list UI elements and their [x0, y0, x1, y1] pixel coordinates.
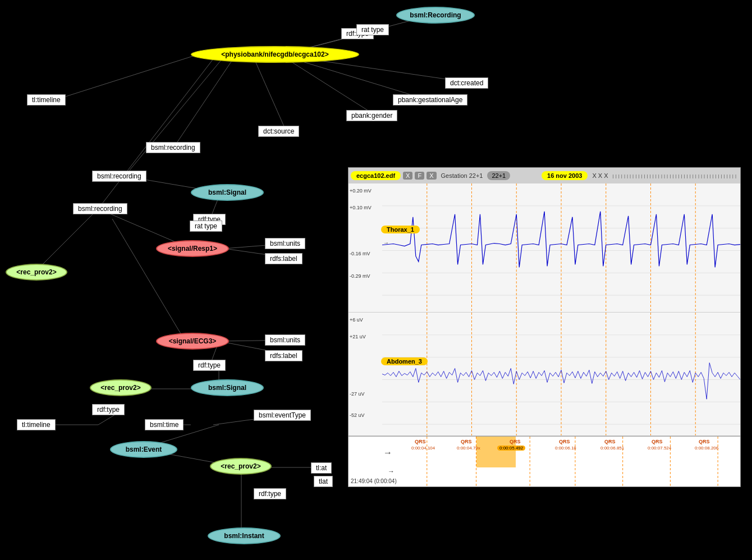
pbank-gender: pbank:gender [346, 110, 397, 121]
signal-resp1: <signal/Resp1> [156, 240, 229, 257]
qrs5-time: 0:00:06.851 [600, 446, 624, 451]
bsml-time: bsml:time [145, 419, 184, 430]
channel1: +0.20 mV +0.10 mV -0.16 mV -0.29 mV Thor… [349, 183, 740, 313]
ch1-scale-mid: +0.10 mV [350, 205, 372, 210]
bsml-units2: bsml:units [265, 334, 305, 346]
rec-prov2-bot: <rec_prov2> [210, 458, 272, 475]
channel-arrow: → [388, 467, 395, 475]
qrs5-label: QRS [604, 439, 616, 444]
qrs7-label: QRS [699, 439, 710, 444]
qrs4-label: QRS [559, 439, 570, 444]
dct-source: dct:source [258, 126, 299, 137]
btn-f[interactable]: F [415, 172, 424, 180]
bsml-signal1: bsml:Signal [191, 184, 264, 201]
rdf-type5: rdf:type [254, 488, 286, 499]
ch2-scale-mid: +21 uV [350, 334, 366, 339]
qrs1-label: QRS [415, 439, 426, 444]
channel2-label: Abdomen_3 [381, 357, 428, 365]
tl-timeline-bot: tl:timeline [17, 419, 56, 430]
ch1-grid [382, 183, 740, 312]
pbank-gestational: pbank:gestationalAge [393, 94, 467, 105]
signal-ecg3: <signal/ECG3> [156, 333, 229, 350]
svg-line-5 [281, 55, 376, 116]
svg-line-7 [174, 55, 236, 147]
qrs6-time: 0:00:07.524 [648, 446, 671, 451]
rdfs-label2: rdfs:label [265, 350, 302, 361]
qrs3-time: 0:00:05.492 [497, 446, 525, 451]
extras-label: X X X [590, 172, 610, 179]
physiobank-node: <physiobank/nifecgdb/ecgca102> [191, 46, 359, 63]
rdfs-label1: rdfs:label [265, 253, 302, 264]
tl-at: tl:at [311, 462, 332, 474]
channel1-label: Thorax_1 [381, 226, 420, 233]
svg-line-9 [98, 59, 213, 209]
btn-x2[interactable]: X [427, 172, 436, 180]
qrs2-label: QRS [461, 439, 472, 444]
bsml-signal2: bsml:Signal [191, 379, 264, 396]
ch1-scale-neg2: -0.29 mV [350, 273, 370, 279]
qrs7-time: 0:00:08.206 [695, 446, 718, 451]
tl-timeline-top: tl:timeline [27, 94, 66, 105]
qrs6-label: QRS [652, 439, 663, 444]
ch1-arrow: → [383, 240, 389, 246]
rdf-type4: rdf:type [92, 404, 125, 415]
svg-line-16 [112, 219, 185, 341]
bsml-recording3: bsml:recording [73, 203, 127, 214]
ch2-scale-top: +6 uV [350, 317, 363, 323]
bsml-units1: bsml:units [265, 238, 305, 249]
waveform-header: ecgca102.edf X F X Gestation 22+1 22+1 1… [349, 168, 740, 183]
filename-badge: ecgca102.edf [351, 171, 401, 180]
ch1-scale-neg1: -0.16 mV [350, 251, 370, 256]
ch2-scale-neg2: -52 uV [350, 412, 365, 418]
rec-prov2-mid: <rec_prov2> [90, 379, 152, 396]
btn-x1[interactable]: X [403, 172, 412, 180]
gestation-value: 22+1 [487, 171, 510, 180]
rat-type-mid: rat type [190, 221, 222, 232]
svg-line-8 [125, 56, 224, 176]
date-badge: 16 nov 2003 [542, 171, 588, 180]
ch1-scale-top: +0.20 mV [350, 188, 372, 194]
bsml-recording1: bsml:recording [146, 142, 200, 153]
ch2-scale-neg1: -27 uV [350, 391, 365, 397]
bsml-instant: bsml:Instant [208, 527, 281, 544]
qrs4-time: 0:00:06.18 [555, 446, 576, 451]
dct-created: dct:created [445, 77, 488, 89]
bsml-event-type: bsml:eventType [254, 410, 311, 421]
tlat-label: tlat [314, 476, 333, 487]
qrs3-label: QRS [510, 439, 521, 444]
ch2-grid [382, 313, 740, 435]
bsml-recording2: bsml:recording [92, 171, 146, 182]
rec-prov2-left: <rec_prov2> [6, 264, 67, 281]
waveform-panel: ecgca102.edf X F X Gestation 22+1 22+1 1… [348, 167, 741, 487]
svg-line-3 [55, 55, 196, 100]
rdf-type3: rdf:type [193, 360, 226, 371]
channel2: +6 uV +21 uV -27 uV -52 uV Abdomen_3 [349, 313, 740, 436]
rat-type-top: rat type [356, 24, 389, 35]
bsml-recording-node: bsml:Recording [396, 7, 475, 24]
qrs-timeline: → QRS 0:00:04.104 QRS 0:00:04.79x QRS 0:… [349, 436, 740, 486]
bsml-event: bsml:Event [110, 441, 177, 458]
gestation-label: Gestation 22+1 [439, 172, 485, 179]
qrs2-time: 0:00:04.79x [457, 446, 480, 451]
qrs1-time: 0:00:04.104 [411, 446, 435, 451]
time-display: 21:49:04 (0:00:04) [351, 478, 397, 484]
svg-line-6 [253, 55, 286, 131]
